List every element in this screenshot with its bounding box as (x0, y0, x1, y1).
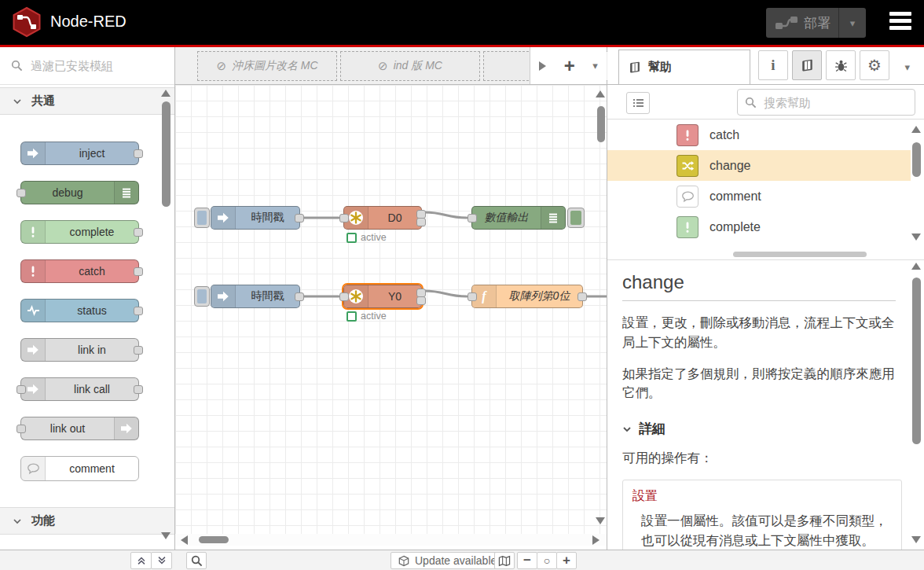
help-list-scroll-down-icon[interactable] (911, 234, 921, 241)
input-port[interactable] (16, 189, 26, 197)
flow-tab-2[interactable]: ⊘ind 版 MC (340, 51, 480, 81)
exclaim-icon (681, 221, 694, 234)
palette-expand-all-button[interactable] (151, 552, 172, 569)
flow-node-modbus[interactable]: Y0 (343, 285, 422, 308)
output-port[interactable] (295, 292, 304, 301)
navigator-button[interactable] (494, 552, 515, 569)
help-content-scroll-up-icon[interactable] (911, 263, 921, 270)
palette-category-common[interactable]: 共通 (0, 87, 174, 115)
debug-toggle-button[interactable] (567, 208, 585, 228)
help-search-input[interactable] (762, 95, 915, 110)
help-op-desc: 設置一個屬性。該值可以是多種不同類型，也可以從現有消息或上下文屬性中獲取。 (632, 511, 892, 550)
palette-category-function[interactable]: 功能 (0, 507, 174, 535)
help-list-item-change[interactable]: change (607, 150, 911, 181)
input-port[interactable] (16, 385, 26, 394)
wire[interactable] (424, 291, 467, 296)
flow-canvas[interactable]: 時間戳D0active數值輸出時間戳Y0activef取陣列第0位 (175, 85, 607, 534)
help-list-scroll-up-icon[interactable] (911, 126, 921, 133)
output-port[interactable] (134, 228, 143, 237)
palette-collapse-all-button[interactable] (130, 552, 152, 569)
flow-tab-bar: ⊘沖床圖片改名 MC⊘ind 版 MC⊘原 + ▾ (175, 47, 607, 85)
output-port[interactable] (134, 346, 143, 355)
canvas-scroll-left-icon[interactable] (181, 535, 188, 545)
sidebar-tab-config-button[interactable]: ⚙ (860, 50, 889, 80)
palette-node-link-out[interactable]: link out (20, 417, 139, 440)
help-content-scrollbar-thumb[interactable] (912, 278, 921, 444)
help-search[interactable] (737, 89, 915, 116)
palette-node-inject[interactable]: inject (20, 142, 139, 165)
inject-trigger-button[interactable] (194, 286, 210, 307)
update-available-label: Update available (415, 554, 497, 567)
help-list-item-comment[interactable]: comment (607, 181, 911, 211)
help-list-scrollbar-thumb[interactable] (912, 142, 921, 177)
inject-trigger-button[interactable] (194, 208, 210, 228)
exclaim-icon (27, 226, 39, 238)
flow-node-inject[interactable]: 時間戳 (211, 206, 300, 230)
palette-node-link-in[interactable]: link in (20, 338, 139, 362)
palette-node-debug[interactable]: debug (20, 181, 139, 204)
zoom-reset-button[interactable]: ○ (537, 552, 557, 569)
deploy-options-caret-icon[interactable]: ▾ (839, 17, 866, 29)
output-port[interactable] (578, 292, 587, 301)
input-port[interactable] (468, 214, 477, 222)
palette-scroll-down-icon[interactable] (161, 532, 170, 539)
help-toc-button[interactable] (626, 92, 650, 114)
output-port[interactable] (134, 149, 143, 158)
output-port[interactable] (416, 296, 426, 305)
palette-search[interactable] (0, 47, 174, 85)
zoom-in-button[interactable]: + (556, 552, 577, 569)
palette-node-link-call[interactable]: link call (20, 377, 139, 401)
node-icon-band (211, 207, 236, 229)
wire[interactable] (424, 212, 467, 218)
flow-tab-1[interactable]: ⊘沖床圖片改名 MC (197, 51, 337, 81)
output-port[interactable] (134, 385, 143, 394)
canvas-scroll-down-icon[interactable] (596, 517, 605, 524)
flow-node-inject[interactable]: 時間戳 (211, 285, 300, 308)
tab-scroll-right-icon[interactable] (539, 61, 546, 71)
flow-list-caret-icon[interactable]: ▾ (592, 60, 598, 72)
palette-search-input[interactable] (29, 58, 158, 73)
output-port[interactable] (295, 214, 304, 222)
output-port[interactable] (416, 218, 426, 226)
sidebar-menu-caret-icon[interactable]: ▾ (904, 61, 910, 73)
main-menu-button[interactable] (889, 12, 911, 32)
sidebar-tab-info-button[interactable]: i (758, 50, 788, 80)
update-available-button[interactable]: Update available (390, 552, 504, 569)
canvas-scroll-right-icon[interactable] (592, 535, 600, 545)
palette-category-label: 共通 (31, 94, 55, 108)
palette-node-catch[interactable]: catch (20, 259, 139, 283)
input-port[interactable] (16, 425, 26, 433)
palette-node-complete[interactable]: complete (20, 220, 139, 244)
canvas-search-button[interactable] (186, 552, 207, 569)
output-port[interactable] (134, 267, 143, 276)
arrow-icon (217, 211, 229, 224)
canvas-hscrollbar-thumb[interactable] (199, 536, 229, 543)
palette-scroll-up-icon[interactable] (161, 90, 170, 97)
input-port[interactable] (339, 214, 349, 222)
sidebar-tab-debug-button[interactable] (826, 50, 856, 80)
deploy-button[interactable]: 部署 ▾ (766, 8, 866, 38)
canvas-vscrollbar-thumb[interactable] (597, 106, 605, 142)
input-port[interactable] (339, 292, 349, 301)
flow-node-modbus[interactable]: D0 (343, 206, 422, 230)
output-port[interactable] (134, 307, 143, 315)
palette-scrollbar-thumb[interactable] (162, 101, 170, 207)
palette-node-status[interactable]: status (20, 299, 139, 322)
zoom-out-button[interactable]: − (517, 552, 537, 569)
canvas-scroll-up-icon[interactable] (596, 90, 605, 97)
help-content-scroll-down-icon[interactable] (911, 536, 921, 543)
input-port[interactable] (468, 292, 477, 301)
help-list-hscrollbar-thumb[interactable] (733, 252, 867, 257)
flow-node-debug[interactable]: 數值輸出 (471, 206, 566, 230)
help-content: change 設置，更改，刪除或移動消息，流程上下文或全局上下文的屬性。 如果指… (607, 259, 924, 550)
node-label: D0 (368, 207, 421, 229)
palette-node-comment[interactable]: comment (20, 456, 139, 481)
add-flow-button[interactable]: + (564, 57, 575, 75)
help-list-item-catch[interactable]: catch (607, 120, 911, 150)
help-details-toggle[interactable]: 詳細 (622, 420, 896, 438)
flow-node-function[interactable]: f取陣列第0位 (471, 285, 583, 308)
sidebar-tab-help[interactable]: 幫助 (618, 50, 750, 84)
sidebar-tab-help-button[interactable] (792, 50, 822, 80)
info-icon: i (771, 57, 775, 74)
help-list-item-complete[interactable]: complete (607, 211, 911, 242)
